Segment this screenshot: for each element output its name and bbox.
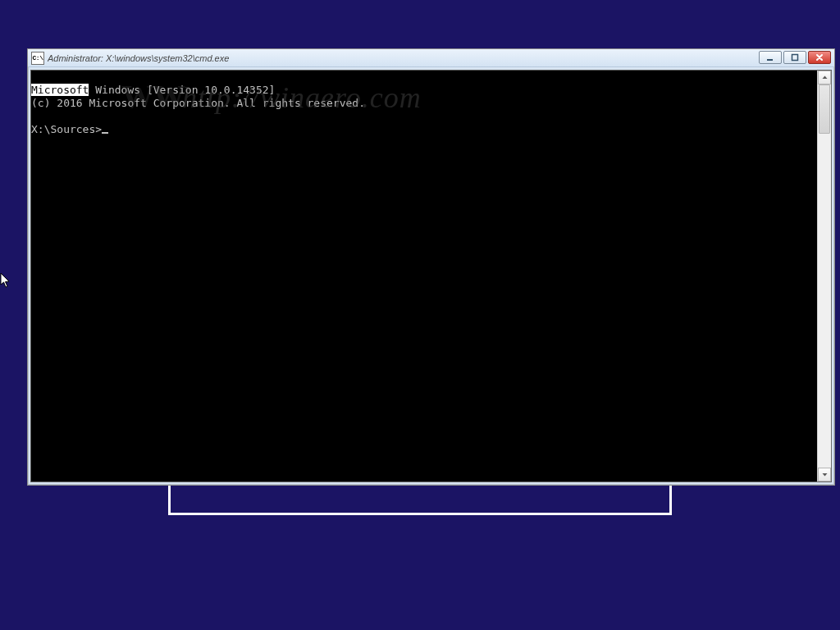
titlebar[interactable]: C:\ Administrator: X:\windows\system32\c…	[28, 49, 834, 67]
maximize-button[interactable]	[783, 51, 806, 64]
mouse-cursor-icon	[0, 272, 11, 289]
minimize-button[interactable]	[759, 51, 782, 64]
prompt-text: X:\Sources>	[31, 123, 102, 135]
scroll-track[interactable]	[818, 84, 831, 468]
text-caret	[102, 132, 108, 134]
console-line: Microsoft Windows [Version 10.0.14352]	[31, 84, 275, 96]
client-area: Microsoft Windows [Version 10.0.14352] (…	[30, 70, 832, 482]
minimize-icon	[766, 53, 774, 62]
svg-rect-1	[792, 55, 798, 61]
close-icon	[815, 53, 824, 62]
cmd-app-icon: C:\	[31, 52, 44, 65]
version-text: Windows [Version 10.0.14352]	[89, 84, 275, 96]
vertical-scrollbar[interactable]	[817, 71, 831, 482]
scroll-up-button[interactable]	[818, 71, 831, 84]
console-line: (c) 2016 Microsoft Corporation. All righ…	[31, 97, 365, 109]
window-controls	[759, 51, 831, 64]
command-prompt-window: C:\ Administrator: X:\windows\system32\c…	[27, 48, 835, 486]
scroll-down-button[interactable]	[818, 468, 831, 482]
chevron-up-icon	[821, 74, 829, 81]
close-button[interactable]	[808, 51, 831, 64]
version-highlight: Microsoft	[31, 84, 89, 96]
svg-rect-0	[767, 59, 773, 61]
chevron-down-icon	[821, 471, 829, 478]
scroll-thumb[interactable]	[819, 84, 830, 134]
maximize-icon	[791, 53, 799, 62]
console-output[interactable]: Microsoft Windows [Version 10.0.14352] (…	[31, 71, 817, 482]
window-title: Administrator: X:\windows\system32\cmd.e…	[48, 53, 229, 63]
prompt-line: X:\Sources>	[31, 123, 108, 135]
